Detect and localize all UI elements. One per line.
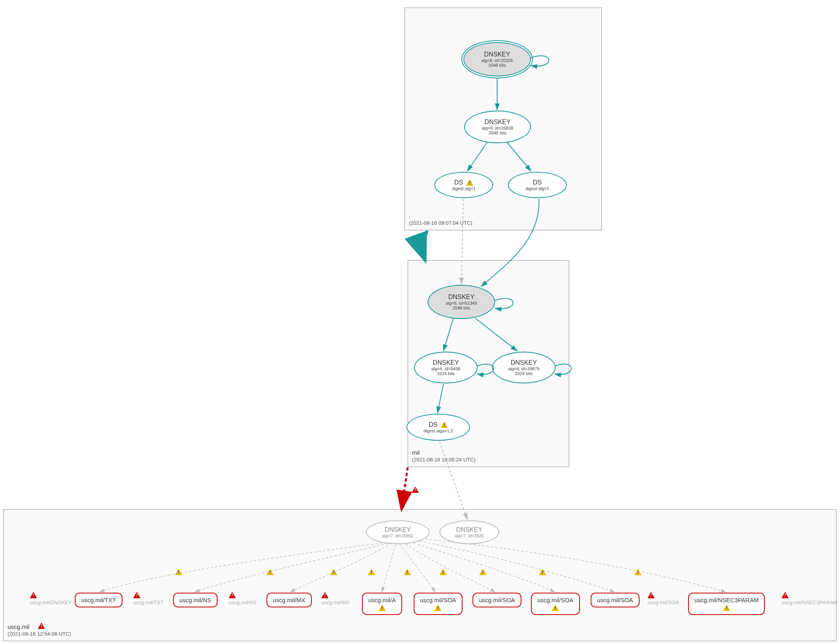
warning-icon — [175, 569, 182, 576]
rrbox-text: uscg.mil/MX — [273, 597, 305, 603]
rrbox-soa1: uscg.mil/SOA — [414, 593, 463, 615]
rrbox-txt: uscg.mil/TXT — [75, 593, 122, 607]
ds-title: DS — [454, 179, 463, 186]
dnskey-title: DNSKEY — [456, 526, 482, 533]
rrlabel-text: uscg.mil/TXT — [133, 599, 163, 605]
warning-icon — [266, 569, 274, 576]
error-icon — [648, 592, 655, 598]
zone-root-name: . — [409, 212, 410, 219]
dnskey-bits: 1024 bits — [437, 371, 455, 376]
warning-icon — [539, 569, 546, 576]
rrlabel-text: uscg.mil/NSEC3PARAM — [782, 599, 837, 605]
dnskey-alg: alg=8, id=39879 — [508, 366, 540, 371]
node-uscg-key2: DNSKEY alg=7, id=1920 — [439, 520, 499, 544]
rrbox-mx: uscg.mil/MX — [266, 593, 312, 607]
dnskey-title: DNSKEY — [385, 526, 411, 533]
rrlabel-dnskey: uscg.mil/DNSKEY — [30, 592, 72, 605]
rrlabel-mx: uscg.mil/MX — [321, 592, 350, 605]
dnskey-bits: 2048 bits — [488, 63, 506, 68]
dnskey-bits: 2048 bits — [489, 130, 507, 135]
rrlabel-text: uscg.mil/MX — [321, 599, 350, 605]
node-mil-zsk1: DNSKEY alg=8, id=9498 1024 bits — [414, 352, 478, 383]
dnskey-alg: alg=8, id=26838 — [482, 126, 513, 130]
rrbox-text: uscg.mil/SOA — [420, 597, 456, 603]
ds-title: DS — [429, 421, 438, 428]
rrbox-soa2: uscg.mil/SOA — [472, 593, 521, 607]
node-mil-zsk2: DNSKEY alg=8, id=39879 1024 bits — [492, 352, 556, 383]
error-icon — [321, 592, 329, 598]
dnskey-title: DNSKEY — [433, 359, 459, 366]
node-root-ds1: DS digest alg=1 — [434, 172, 493, 198]
zone-mil-name: mil — [412, 449, 420, 456]
warning-icon — [479, 569, 486, 576]
rrbox-ns: uscg.mil/NS — [173, 593, 218, 607]
node-root-ds2: DS digest alg=2 — [508, 172, 567, 198]
dnskey-alg: alg=7, id=1920 — [455, 533, 484, 538]
dnskey-alg: alg=8, id=51349 — [446, 301, 477, 305]
rrbox-soa4: uscg.mil/SOA — [591, 593, 640, 607]
node-mil-ds: DS digest algs=1,2 — [406, 414, 470, 441]
ds-title: DS — [533, 179, 542, 186]
zone-root-label: . (2021-08-16 09:07:04 UTC) — [409, 212, 472, 226]
ds-digest: digest algs=1,2 — [424, 428, 453, 433]
rrlabel-nsec3: uscg.mil/NSEC3PARAM — [782, 592, 837, 605]
zone-root-timestamp: (2021-08-16 09:07:04 UTC) — [409, 220, 472, 226]
warning-icon — [368, 569, 375, 576]
rrlabel-ns: uscg.mil/NS — [229, 592, 256, 605]
error-icon — [38, 623, 45, 629]
zone-uscg-timestamp: (2021-08-16 12:54:08 UTC) — [8, 631, 71, 637]
rrlabel-txt: uscg.mil/TXT — [133, 592, 163, 605]
rrbox-text: uscg.mil/TXT — [81, 597, 116, 603]
error-icon — [782, 592, 789, 598]
warning-icon — [439, 569, 447, 576]
warning-icon — [404, 569, 411, 576]
error-icon — [412, 486, 419, 494]
error-icon — [133, 592, 140, 598]
zone-mil-label: mil (2021-08-16 10:05:24 UTC) — [412, 449, 476, 463]
ds-digest: digest alg=2 — [525, 186, 549, 191]
node-root-zsk: DNSKEY alg=8, id=26838 2048 bits — [464, 111, 531, 143]
rrbox-text: uscg.mil/SOA — [479, 597, 515, 603]
zone-uscg-name: uscg.mil — [8, 623, 29, 630]
rrlabel-text: uscg.mil/DNSKEY — [30, 599, 72, 605]
rrbox-text: uscg.mil/NS — [179, 597, 211, 603]
warning-icon — [634, 569, 642, 576]
zone-uscg-label: uscg.mil (2021-08-16 12:54:08 UTC) — [8, 623, 71, 637]
rrbox-text: uscg.mil/NSEC3PARAM — [694, 597, 758, 603]
dnskey-alg: alg=8, id=20326 — [482, 58, 513, 63]
dnskey-title: DNSKEY — [484, 51, 510, 58]
warning-icon — [552, 605, 559, 611]
rrbox-nsec3: uscg.mil/NSEC3PARAM — [688, 593, 765, 615]
dnskey-title: DNSKEY — [448, 294, 474, 301]
node-mil-ksk: DNSKEY alg=8, id=51349 2048 bits — [428, 285, 495, 319]
node-uscg-key1: DNSKEY alg=7, id=10952 — [366, 520, 430, 544]
dnskey-alg: alg=7, id=10952 — [382, 533, 414, 538]
dnskey-title: DNSKEY — [511, 359, 537, 366]
dnskey-bits: 1024 bits — [515, 371, 533, 376]
error-icon — [30, 592, 37, 598]
warning-icon — [434, 605, 441, 611]
ds-digest: digest alg=1 — [452, 186, 476, 191]
warning-icon — [379, 605, 386, 611]
warning-icon — [466, 179, 473, 186]
rrlabel-text: uscg.mil/SOA — [648, 599, 679, 605]
rrlabel-soa: uscg.mil/SOA — [648, 592, 679, 605]
rrbox-a: uscg.mil/A — [362, 593, 402, 615]
warning-icon — [723, 605, 730, 611]
dnskey-alg: alg=8, id=9498 — [432, 366, 461, 371]
warning-icon — [330, 569, 337, 576]
rrbox-text: uscg.mil/A — [368, 597, 396, 603]
rrlabel-text: uscg.mil/NS — [229, 599, 256, 605]
rrbox-text: uscg.mil/SOA — [537, 597, 574, 603]
zone-mil-timestamp: (2021-08-16 10:05:24 UTC) — [412, 457, 476, 463]
rrbox-soa3: uscg.mil/SOA — [531, 593, 580, 615]
node-root-ksk: DNSKEY alg=8, id=20326 2048 bits — [463, 42, 531, 76]
dnskey-bits: 2048 bits — [453, 305, 471, 310]
error-icon — [229, 592, 236, 598]
warning-icon — [441, 422, 448, 428]
rrbox-text: uscg.mil/SOA — [597, 597, 633, 603]
dnskey-title: DNSKEY — [484, 119, 511, 126]
